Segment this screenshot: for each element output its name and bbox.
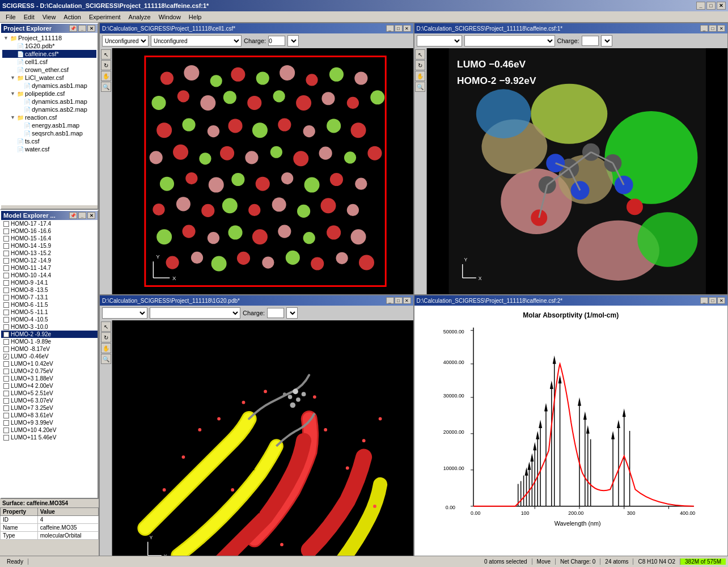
viewport-cell1-select1[interactable]: Unconfigured [102,35,149,46]
model-checkbox[interactable] [3,236,9,242]
tree-item-cell1[interactable]: 📄 cell1.csf [2,58,96,66]
model-list-item[interactable]: HOMO-11 -14.7 [1,264,98,272]
viewport-cell1-btns[interactable]: _ □ ✕ [386,25,411,32]
tree-item-dynamics2[interactable]: 📄 dynamics.asb1.map [2,98,96,105]
model-checkbox[interactable] [3,302,9,308]
model-checkbox[interactable] [3,413,9,418]
viewport-caffeine-select1[interactable] [417,35,462,46]
model-checkbox[interactable] [3,221,9,227]
viewport-1g20-minimize[interactable]: _ [386,297,394,304]
model-list-item[interactable]: HOMO-12 -14.9 [1,257,98,264]
cell1-display[interactable]: Y X [112,48,413,294]
model-list-item[interactable]: LUMO+11 5.46eV [1,434,98,441]
model-checkbox[interactable] [3,361,9,367]
tool-zoom2[interactable]: 🔍 [415,82,425,92]
model-list-item[interactable]: LUMO+5 2.51eV [1,390,98,397]
model-list-item[interactable]: HOMO-7 -13.1 [1,294,98,301]
model-list-item[interactable]: HOMO-8 -13.5 [1,286,98,294]
model-checkbox[interactable] [3,251,9,256]
model-checkbox[interactable] [3,273,9,278]
model-explorer-pin[interactable]: 📌 [69,212,77,219]
model-checkbox[interactable]: ✓ [3,354,9,359]
viewport-cell1-minimize[interactable]: _ [386,25,394,32]
minimize-button[interactable]: _ [696,2,705,10]
tool-hand3[interactable]: ✋ [101,343,111,353]
viewport-spectrum-close[interactable]: ✕ [717,297,725,304]
tree-item-ts[interactable]: 📄 ts.csf [2,137,96,145]
viewport-cell1-close[interactable]: ✕ [403,25,411,32]
menu-file[interactable]: File [2,12,19,22]
model-list-item[interactable]: HOMO-10 -14.4 [1,272,98,279]
menu-window[interactable]: Window [155,12,184,22]
viewport-1g20-select1[interactable] [102,307,147,319]
model-checkbox[interactable] [3,391,9,396]
tool-rotate[interactable]: ↻ [101,60,111,70]
model-checkbox[interactable] [3,324,9,330]
menu-view[interactable]: View [39,12,60,22]
model-list-item[interactable]: HOMO-4 -10.5 [1,316,98,323]
model-list-item[interactable]: LUMO+10 4.20eV [1,426,98,434]
model-list-item[interactable]: LUMO+6 3.07eV [1,397,98,404]
tree-item-reaction[interactable]: ▼ 📁 reaction.csf [2,113,96,121]
model-checkbox[interactable] [3,287,9,293]
tool-hand2[interactable]: ✋ [415,71,425,81]
project-explorer-btns[interactable]: 📌 _ ✕ [69,25,95,32]
tool-rotate3[interactable]: ↻ [101,332,111,342]
viewport-1g20-maximize[interactable]: □ [395,297,403,304]
model-list-item[interactable]: ✓LUMO -0.46eV [1,353,98,360]
tree-item-1g20[interactable]: 📄 1G20.pdb* [2,42,96,50]
viewport-caffeine-select2[interactable] [464,35,555,46]
viewport-1g20-close[interactable]: ✕ [403,297,411,304]
tool-zoom3[interactable]: 🔍 [101,354,111,364]
tree-item-dynamics3[interactable]: 📄 dynamics.asb2.map [2,105,96,113]
model-checkbox[interactable] [3,317,9,323]
model-checkbox[interactable] [3,265,9,271]
model-list-item[interactable]: HOMO-6 -11.5 [1,301,98,308]
model-list-item[interactable]: LUMO+7 3.25eV [1,404,98,412]
viewport-cell1-select3[interactable] [287,35,299,46]
viewport-1g20-select2[interactable] [150,307,240,319]
close-button[interactable]: ✕ [717,2,726,10]
tool-select2[interactable]: ↖ [415,49,425,60]
tree-item-water[interactable]: 📄 water.csf [2,145,96,153]
tree-item-caffeine[interactable]: 📄 caffeine.csf* [2,50,96,58]
charge-input2[interactable] [582,36,599,46]
model-checkbox[interactable] [3,310,9,315]
model-list-item[interactable]: HOMO-16 -16.6 [1,227,98,235]
project-explorer-minimize[interactable]: _ [78,25,86,32]
model-checkbox[interactable] [3,346,9,352]
model-checkbox[interactable] [3,405,9,411]
model-list-item[interactable]: HOMO-3 -10.0 [1,323,98,331]
project-explorer-close[interactable]: ✕ [87,25,95,32]
model-list-item[interactable]: ✓HOMO-2 -9.92e [1,331,98,338]
viewport-caffeine-maximize[interactable]: □ [709,25,717,32]
model-list-item[interactable]: HOMO-9 -14.1 [1,279,98,286]
model-checkbox[interactable] [3,383,9,389]
model-checkbox[interactable] [3,280,9,286]
viewport-1g20-btns[interactable]: _ □ ✕ [386,297,411,304]
model-checkbox[interactable] [3,376,9,382]
tool-select3[interactable]: ↖ [101,321,111,332]
model-list-item[interactable]: HOMO-17 -17.4 [1,220,98,227]
viewport-1g20-content[interactable]: ↖ ↻ ✋ 🔍 [100,320,413,566]
menu-help[interactable]: Help [185,12,205,22]
model-list-item[interactable]: LUMO+1 0.42eV [1,360,98,367]
tree-item-polipeptide[interactable]: ▼ 📁 polipeptide.csf [2,90,96,98]
viewport-spectrum-minimize[interactable]: _ [700,297,708,304]
model-list-item[interactable]: HOMO-5 -11.1 [1,308,98,316]
tool-select[interactable]: ↖ [101,49,111,60]
viewport-cell1-maximize[interactable]: □ [395,25,403,32]
model-list-item[interactable]: LUMO+4 2.00eV [1,382,98,390]
menu-edit[interactable]: Edit [20,12,38,22]
model-explorer-btns[interactable]: 📌 _ ✕ [69,212,95,219]
tree-item-dynamics1[interactable]: 📄 dynamics.asb1.map [2,82,96,90]
model-explorer-minimize[interactable]: _ [78,212,86,219]
viewport-cell1-select2[interactable]: Unconfigured [151,35,242,46]
viewport-1g20-select3[interactable] [286,307,298,319]
title-bar-buttons[interactable]: _ □ ✕ [696,2,726,10]
model-checkbox[interactable] [3,229,9,234]
model-checkbox[interactable]: ✓ [3,332,9,337]
viewport-caffeine-select3[interactable] [601,35,612,46]
menu-action[interactable]: Action [60,12,84,22]
model-checkbox[interactable] [3,339,9,345]
